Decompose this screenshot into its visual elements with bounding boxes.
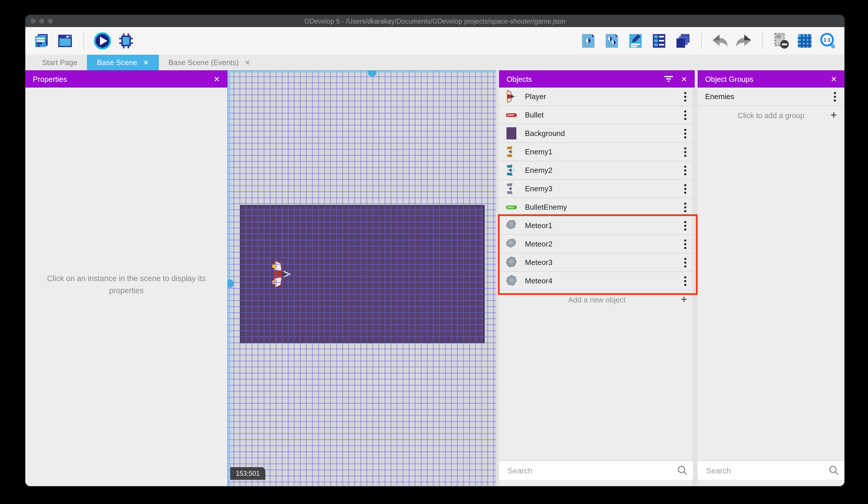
objects-search-box bbox=[499, 461, 693, 480]
play-icon bbox=[93, 32, 112, 50]
bullet-thumbnail-icon bbox=[505, 108, 518, 122]
open-scene-button[interactable] bbox=[56, 32, 74, 50]
close-panel-icon[interactable]: ✕ bbox=[681, 74, 687, 83]
object-label: Meteor2 bbox=[525, 240, 681, 248]
object-row-enemy3[interactable]: Enemy3 bbox=[499, 180, 695, 198]
tab-base-scene-events[interactable]: Base Scene (Events) ✕ bbox=[158, 55, 260, 70]
object-menu-kebab-icon[interactable] bbox=[681, 165, 689, 175]
toggle-object-groups-button[interactable] bbox=[603, 32, 621, 50]
object-menu-kebab-icon[interactable] bbox=[681, 110, 689, 120]
player-ship-instance[interactable] bbox=[270, 260, 292, 291]
object-menu-kebab-icon[interactable] bbox=[681, 257, 689, 268]
add-group-label: Click to add a group bbox=[737, 111, 804, 120]
editor-content: Properties ✕ Click on an instance in the… bbox=[25, 70, 844, 486]
properties-panel: Properties ✕ Click on an instance in the… bbox=[25, 70, 227, 486]
tab-label: Base Scene (Events) bbox=[168, 58, 239, 67]
toggle-objects-panel-button[interactable] bbox=[579, 32, 598, 50]
minimize-window-button[interactable] bbox=[39, 18, 44, 24]
object-menu-kebab-icon[interactable] bbox=[681, 91, 689, 102]
redo-button[interactable] bbox=[734, 32, 753, 50]
svg-text:1:1: 1:1 bbox=[824, 37, 830, 42]
zoom-original-button[interactable]: 1:1 bbox=[819, 32, 837, 50]
mask-remove-icon bbox=[773, 32, 790, 50]
object-row-bulletenemy[interactable]: BulletEnemy bbox=[499, 198, 695, 216]
close-tab-icon[interactable]: ✕ bbox=[143, 59, 149, 67]
layers-button[interactable] bbox=[673, 32, 692, 50]
preview-play-button[interactable] bbox=[93, 32, 112, 50]
object-label: BulletEnemy bbox=[525, 203, 681, 211]
object-label: Player bbox=[525, 92, 681, 101]
redo-arrow-icon bbox=[734, 33, 753, 49]
toggle-mask-button[interactable] bbox=[772, 32, 790, 50]
object-row-meteor1[interactable]: Meteor1 bbox=[499, 216, 695, 235]
close-window-button[interactable] bbox=[31, 18, 36, 24]
object-groups-panel-title: Object Groups bbox=[705, 74, 753, 83]
main-toolbar: 1:1 bbox=[25, 27, 844, 55]
object-groups-panel: Object Groups ✕ Enemies Click to add a g… bbox=[698, 70, 844, 486]
objects-panel-title: Objects bbox=[507, 74, 532, 83]
selection-edge-left bbox=[228, 70, 230, 486]
tab-start-page[interactable]: Start Page bbox=[32, 55, 87, 70]
object-label: Meteor3 bbox=[525, 258, 681, 267]
group-row-enemies[interactable]: Enemies bbox=[698, 88, 844, 106]
selection-edge-top bbox=[227, 71, 496, 73]
object-row-player[interactable]: Player bbox=[499, 88, 695, 106]
objects-search-input[interactable] bbox=[507, 461, 645, 481]
enemy3-thumbnail-icon bbox=[505, 182, 518, 195]
object-menu-kebab-icon[interactable] bbox=[681, 183, 689, 194]
add-object-label: Add a new object bbox=[568, 295, 626, 304]
window-title: GDevelop 5 - /Users/dkarakay/Documents/G… bbox=[304, 18, 565, 24]
meteor-thumbnail-icon bbox=[505, 274, 518, 288]
selection-handle-top[interactable] bbox=[368, 70, 376, 77]
object-row-enemy2[interactable]: Enemy2 bbox=[499, 161, 695, 180]
add-group-button[interactable]: Click to add a group + bbox=[698, 106, 844, 124]
objects-scrollbar-gutter[interactable] bbox=[692, 88, 695, 486]
edit-properties-button[interactable] bbox=[626, 32, 645, 50]
selection-handle-left[interactable] bbox=[227, 279, 234, 288]
gdevelop-window: GDevelop 5 - /Users/dkarakay/Documents/G… bbox=[25, 15, 844, 486]
object-menu-kebab-icon[interactable] bbox=[681, 239, 689, 249]
properties-empty-message: Click on an instance in the scene to dis… bbox=[40, 273, 213, 297]
object-menu-kebab-icon[interactable] bbox=[681, 202, 689, 212]
toolbar-separator bbox=[83, 33, 84, 49]
object-row-enemy1[interactable]: Enemy1 bbox=[499, 143, 695, 161]
scene-canvas[interactable]: 153;501 bbox=[227, 70, 496, 486]
project-manager-button[interactable] bbox=[32, 32, 51, 50]
group-label: Enemies bbox=[705, 92, 830, 101]
close-panel-icon[interactable]: ✕ bbox=[214, 74, 220, 83]
object-label: Enemy3 bbox=[525, 184, 681, 193]
scene-window-icon bbox=[57, 33, 73, 49]
meteor-thumbnail-icon bbox=[505, 219, 518, 232]
object-menu-kebab-icon[interactable] bbox=[681, 220, 689, 231]
tab-base-scene[interactable]: Base Scene ✕ bbox=[87, 55, 158, 70]
editor-tabbar: Start Page Base Scene ✕ Base Scene (Even… bbox=[25, 55, 844, 70]
toggle-grid-button[interactable] bbox=[795, 32, 814, 50]
toolbar-separator bbox=[762, 33, 763, 49]
meteor-thumbnail-icon bbox=[505, 237, 518, 251]
debug-button[interactable] bbox=[117, 32, 135, 50]
group-menu-kebab-icon[interactable] bbox=[830, 91, 839, 102]
tab-label: Base Scene bbox=[97, 58, 137, 67]
add-new-object-button[interactable]: Add a new object + bbox=[499, 290, 695, 309]
undo-button[interactable] bbox=[711, 32, 729, 50]
object-label: Background bbox=[525, 129, 681, 138]
object-menu-kebab-icon[interactable] bbox=[681, 128, 689, 139]
maximize-window-button[interactable] bbox=[48, 18, 53, 24]
cursor-coordinates-badge: 153;501 bbox=[230, 467, 265, 480]
object-row-meteor3[interactable]: Meteor3 bbox=[499, 253, 695, 272]
close-panel-icon[interactable]: ✕ bbox=[830, 74, 837, 83]
object-row-meteor2[interactable]: Meteor2 bbox=[499, 235, 695, 253]
properties-panel-title: Properties bbox=[33, 74, 67, 83]
object-menu-kebab-icon[interactable] bbox=[681, 147, 689, 157]
groups-search-box bbox=[698, 461, 844, 480]
object-row-bullet[interactable]: Bullet bbox=[499, 106, 695, 124]
object-row-meteor4[interactable]: Meteor4 bbox=[499, 272, 695, 290]
instances-list-button[interactable] bbox=[650, 32, 668, 50]
groups-search-input[interactable] bbox=[705, 461, 810, 481]
close-tab-icon[interactable]: ✕ bbox=[244, 59, 250, 67]
object-menu-kebab-icon[interactable] bbox=[681, 276, 689, 286]
filter-icon[interactable] bbox=[664, 75, 673, 82]
object-row-background[interactable]: Background bbox=[499, 124, 695, 143]
screenshot-stage: GDevelop 5 - /Users/dkarakay/Documents/G… bbox=[0, 0, 868, 504]
plus-icon: + bbox=[830, 109, 837, 122]
